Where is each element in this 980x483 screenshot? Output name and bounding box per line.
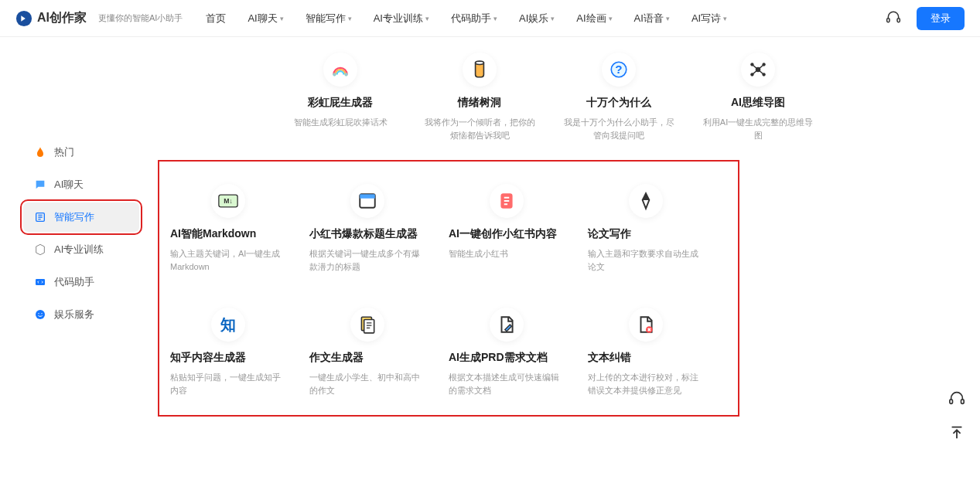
svg-point-9 <box>344 73 347 76</box>
card-desc: 智能生成彩虹屁吹捧话术 <box>294 116 388 129</box>
sidebar-item-hot[interactable]: 热门 <box>23 138 139 167</box>
tagline: 更懂你的智能AI小助手 <box>98 12 183 24</box>
card-desc: 输入主题和字数要求自动生成论文 <box>588 247 704 273</box>
svg-text:知: 知 <box>220 316 236 333</box>
chevron-down-icon: ▾ <box>551 15 555 22</box>
chevron-down-icon: ▾ <box>348 15 352 22</box>
note-icon <box>490 184 524 218</box>
card-title: AI一键创作小红书内容 <box>449 227 565 241</box>
tool-card-xhs-title[interactable]: 小红书爆款标题生成器 根据关键词一键生成多个有爆款潜力的标题 <box>306 172 429 281</box>
tool-card-mindmap[interactable]: AI思维导图 利用AI一键生成完整的思维导图 <box>696 45 820 149</box>
edit-icon <box>34 211 46 223</box>
support-fab[interactable] <box>945 386 968 410</box>
smile-icon <box>34 308 46 321</box>
nav-code[interactable]: 代码助手▾ <box>451 12 497 26</box>
svg-point-7 <box>41 313 42 314</box>
window-icon <box>350 184 384 218</box>
card-title: 知乎内容生成器 <box>170 351 286 365</box>
chevron-down-icon: ▾ <box>493 15 497 22</box>
nav-draw[interactable]: AI绘画▾ <box>576 12 612 26</box>
sidebar-item-chat[interactable]: AI聊天 <box>23 170 139 199</box>
cube-icon <box>34 243 46 256</box>
svg-point-8 <box>333 73 336 76</box>
card-desc: 利用AI一键生成完整的思维导图 <box>700 116 816 141</box>
card-title: 十万个为什么 <box>586 96 651 110</box>
card-title: 彩虹屁生成器 <box>308 96 373 110</box>
card-desc: 我将作为一个倾听者，把你的烦恼都告诉我吧 <box>422 116 538 141</box>
pen-icon <box>629 184 663 218</box>
tool-card-correction[interactable]: 文本纠错 对上传的文本进行校对，标注错误文本并提供修正意见 <box>584 296 708 404</box>
sidebar: 热门 AI聊天 智能写作 AI专业训练 代码助手 娱乐服务 <box>0 37 155 412</box>
support-icon[interactable] <box>886 9 901 28</box>
svg-rect-25 <box>364 320 374 333</box>
tool-card-prd[interactable]: AI生成PRD需求文档 根据文本描述生成可快速编辑的需求文档 <box>445 296 569 404</box>
tool-card-zhihu[interactable]: 知 知乎内容生成器 粘贴知乎问题，一键生成知乎内容 <box>166 296 290 404</box>
card-title: 作文生成器 <box>309 351 425 365</box>
content: 彩虹屁生成器 智能生成彩虹屁吹捧话术 情绪树洞 我将作为一个倾听者，把你的烦恼都… <box>155 37 980 412</box>
svg-text:?: ? <box>615 63 622 76</box>
nav-chat[interactable]: AI聊天▾ <box>248 12 283 26</box>
svg-rect-2 <box>897 18 900 22</box>
svg-rect-21 <box>360 194 375 198</box>
logo[interactable]: AI创作家 <box>15 10 87 27</box>
tool-card-markdown[interactable]: M↓ AI智能Markdown 输入主题关键词，AI一键生成Markdown <box>166 172 290 281</box>
card-title: AI思维导图 <box>731 96 785 110</box>
mindmap-icon <box>741 53 775 87</box>
sidebar-item-label: 智能写作 <box>54 210 94 224</box>
tool-card-paper[interactable]: 论文写作 输入主题和字数要求自动生成论文 <box>584 172 708 281</box>
svg-text:M↓: M↓ <box>224 197 233 205</box>
card-desc: 根据关键词一键生成多个有爆款潜力的标题 <box>309 247 425 273</box>
sidebar-item-entertainment[interactable]: 娱乐服务 <box>23 300 139 329</box>
float-actions <box>945 386 968 444</box>
markdown-icon: M↓ <box>211 184 245 218</box>
chevron-down-icon: ▾ <box>280 15 284 22</box>
doc-edit-icon <box>490 308 524 342</box>
tool-card-rainbow[interactable]: 彩虹屁生成器 智能生成彩虹屁吹捧话术 <box>278 45 402 149</box>
nav-home[interactable]: 首页 <box>206 12 226 26</box>
tool-card-xhs-content[interactable]: AI一键创作小红书内容 智能生成小红书 <box>445 172 569 281</box>
fire-icon <box>34 146 46 158</box>
doc-error-icon <box>629 308 663 342</box>
nav-poem[interactable]: AI写诗▾ <box>691 12 727 26</box>
tool-card-essay[interactable]: 作文生成器 一键生成小学生、初中和高中的作文 <box>306 296 429 404</box>
card-desc: 我是十万个为什么小助手，尽管向我提问吧 <box>561 116 677 141</box>
chat-icon <box>34 179 46 191</box>
sidebar-item-code[interactable]: 代码助手 <box>23 267 139 297</box>
card-desc: 一键生成小学生、初中和高中的作文 <box>309 371 425 396</box>
tool-card-emotion[interactable]: 情绪树洞 我将作为一个倾听者，把你的烦恼都告诉我吧 <box>418 45 541 149</box>
svg-rect-28 <box>961 400 965 404</box>
sidebar-item-label: 代码助手 <box>54 275 94 289</box>
doc-icon <box>350 308 384 342</box>
nav-voice[interactable]: AI语音▾ <box>634 12 670 26</box>
code-icon <box>34 276 46 288</box>
sidebar-item-label: 热门 <box>54 145 74 159</box>
highlighted-section: M↓ AI智能Markdown 输入主题关键词，AI一键生成Markdown 小… <box>162 165 735 412</box>
sidebar-item-training[interactable]: AI专业训练 <box>23 235 139 264</box>
card-title: 文本纠错 <box>588 351 704 365</box>
sidebar-item-writing[interactable]: 智能写作 <box>23 202 139 232</box>
login-button[interactable]: 登录 <box>917 7 965 30</box>
svg-rect-4 <box>36 279 45 285</box>
svg-rect-1 <box>887 18 890 22</box>
nav-entertainment[interactable]: AI娱乐▾ <box>519 12 555 26</box>
sidebar-item-label: 娱乐服务 <box>54 308 94 321</box>
logo-icon <box>15 10 32 27</box>
svg-point-5 <box>36 310 45 319</box>
nav: 首页 AI聊天▾ 智能写作▾ AI专业训练▾ 代码助手▾ AI娱乐▾ AI绘画▾… <box>206 12 886 26</box>
back-to-top-fab[interactable] <box>945 421 968 444</box>
cup-icon <box>463 53 497 87</box>
nav-writing[interactable]: 智能写作▾ <box>306 12 352 26</box>
chevron-down-icon: ▾ <box>609 15 613 22</box>
top-row: 彩虹屁生成器 智能生成彩虹屁吹捧话术 情绪树洞 我将作为一个倾听者，把你的烦恼都… <box>278 45 980 149</box>
chevron-down-icon: ▾ <box>666 15 670 22</box>
card-desc: 输入主题关键词，AI一键生成Markdown <box>170 247 286 273</box>
tool-card-why[interactable]: ? 十万个为什么 我是十万个为什么小助手，尽管向我提问吧 <box>557 45 681 149</box>
nav-training[interactable]: AI专业训练▾ <box>374 12 429 26</box>
card-title: 小红书爆款标题生成器 <box>309 227 425 241</box>
card-desc: 对上传的文本进行校对，标注错误文本并提供修正意见 <box>588 371 704 396</box>
chevron-down-icon: ▾ <box>425 15 429 22</box>
chevron-down-icon: ▾ <box>723 15 727 22</box>
card-title: 论文写作 <box>588 227 704 241</box>
card-desc: 粘贴知乎问题，一键生成知乎内容 <box>170 371 286 396</box>
header: AI创作家 更懂你的智能AI小助手 首页 AI聊天▾ 智能写作▾ AI专业训练▾… <box>0 0 980 37</box>
